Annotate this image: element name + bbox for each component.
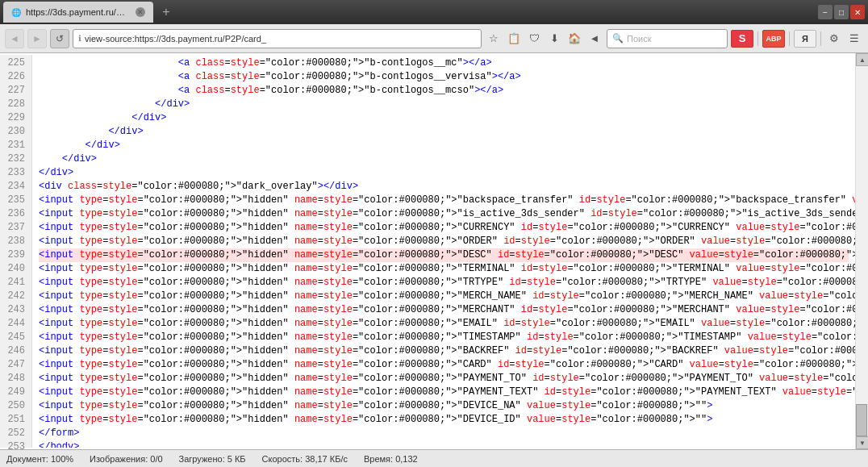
separator xyxy=(757,31,758,46)
forward-button[interactable]: ► xyxy=(27,29,47,48)
line-numbers: 2252262272282292302312322332342352362372… xyxy=(0,55,32,448)
title-bar: 🌐 https://3ds.payment.ru/P2P/ca... ✕ + −… xyxy=(0,0,868,24)
address-text: view-source:https://3ds.payment.ru/P2P/c… xyxy=(85,34,476,44)
scroll-thumb[interactable] xyxy=(856,404,867,436)
minimize-button[interactable]: − xyxy=(818,5,833,19)
separator3 xyxy=(820,31,821,46)
scrollbar[interactable]: ▲ ▼ xyxy=(855,53,868,449)
toolbar-icons: ☆ 📋 🛡 ⬇ 🏠 ◄ xyxy=(485,30,603,48)
search-placeholder: Поиск xyxy=(627,34,651,44)
status-bar: Документ: 100% Изображения: 0/0 Загружен… xyxy=(0,449,868,467)
close-button[interactable]: ✕ xyxy=(850,5,865,19)
back-button[interactable]: ◄ xyxy=(5,29,24,48)
shield-icon[interactable]: 🛡 xyxy=(525,30,543,48)
tab-close-button[interactable]: ✕ xyxy=(136,7,145,17)
menu-icon[interactable]: ☰ xyxy=(845,30,863,48)
images-status: Изображения: 0/0 xyxy=(90,454,163,464)
scroll-up-button[interactable]: ▲ xyxy=(856,53,868,66)
s-button[interactable]: S xyxy=(731,30,753,48)
right-toolbar: S ABP Я ⚙ ☰ xyxy=(731,30,863,48)
clipboard-icon[interactable]: 📋 xyxy=(505,30,523,48)
speed-status: Скорость: 38,17 КБ/с xyxy=(262,454,348,464)
code-lines: <a class=style="color:#000080;">"b-contl… xyxy=(32,55,855,448)
tab-title: https://3ds.payment.ru/P2P/ca... xyxy=(26,7,131,17)
reload-button[interactable]: ↺ xyxy=(50,29,69,48)
navigation-bar: ◄ ► ↺ ℹ view-source:https://3ds.payment.… xyxy=(0,24,868,53)
yandex-button[interactable]: Я xyxy=(794,30,816,48)
code-view: 2252262272282292302312322332342352362372… xyxy=(0,53,855,449)
arrow-icon[interactable]: ◄ xyxy=(586,30,603,48)
address-bar[interactable]: ℹ view-source:https://3ds.payment.ru/P2P… xyxy=(73,29,482,48)
time-status: Время: 0,132 xyxy=(364,454,418,464)
code-content: 2252262272282292302312322332342352362372… xyxy=(0,53,855,449)
search-bar[interactable]: 🔍 Поиск xyxy=(607,29,728,48)
info-icon: ℹ xyxy=(78,34,81,43)
scroll-down-button[interactable]: ▼ xyxy=(856,436,868,449)
loaded-status: Загружено: 5 КБ xyxy=(179,454,246,464)
content-area: 2252262272282292302312322332342352362372… xyxy=(0,53,868,449)
separator2 xyxy=(789,31,790,46)
bookmarks-icon[interactable]: ☆ xyxy=(485,30,503,48)
gear-icon[interactable]: ⚙ xyxy=(825,30,843,48)
scroll-track[interactable] xyxy=(856,66,868,436)
abp-button[interactable]: ABP xyxy=(762,30,785,48)
search-icon: 🔍 xyxy=(612,33,624,44)
home-icon[interactable]: 🏠 xyxy=(565,30,583,48)
new-tab-button[interactable]: + xyxy=(156,2,176,22)
download-icon[interactable]: ⬇ xyxy=(545,30,563,48)
window-controls: − □ ✕ xyxy=(818,5,865,19)
browser-tab[interactable]: 🌐 https://3ds.payment.ru/P2P/ca... ✕ xyxy=(3,2,153,23)
maximize-button[interactable]: □ xyxy=(834,5,849,19)
zoom-status: Документ: 100% xyxy=(6,454,73,464)
